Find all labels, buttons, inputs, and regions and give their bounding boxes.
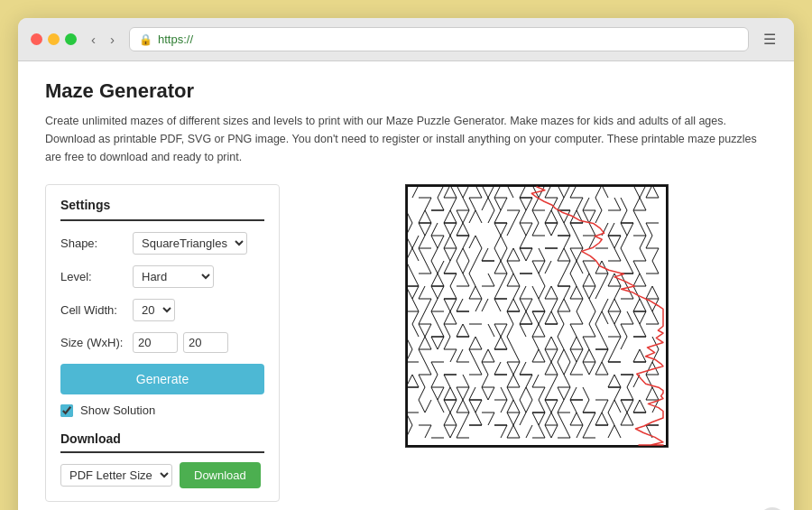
show-solution-label: Show Solution xyxy=(80,403,155,417)
cell-width-select[interactable]: 10 15 20 25 30 xyxy=(133,299,175,321)
level-select[interactable]: Easy Medium Hard Very Hard xyxy=(133,265,214,288)
size-w-input[interactable] xyxy=(133,332,178,353)
level-row: Level: Easy Medium Hard Very Hard xyxy=(60,265,264,288)
show-solution-checkbox[interactable] xyxy=(60,404,73,417)
settings-title: Settings xyxy=(60,198,264,221)
browser-chrome: ‹ › 🔒 https:// ☰ xyxy=(18,18,794,61)
cell-width-label: Cell Width: xyxy=(60,303,133,317)
maze-container xyxy=(307,184,767,448)
level-label: Level: xyxy=(60,270,133,283)
size-control xyxy=(133,332,264,353)
traffic-lights xyxy=(31,33,77,45)
menu-button[interactable]: ☰ xyxy=(758,27,781,51)
settings-panel: Settings Shape: SquareTriangles Square T… xyxy=(45,184,280,502)
shape-label: Shape: xyxy=(60,236,133,250)
minimize-button[interactable] xyxy=(48,33,60,45)
generate-button[interactable]: Generate xyxy=(60,364,264,394)
download-section: Download PDF Letter Size PDF A4 Size SVG… xyxy=(60,431,264,488)
cell-width-row: Cell Width: 10 15 20 25 30 xyxy=(60,299,264,321)
close-button[interactable] xyxy=(31,33,42,45)
size-row: Size (WxH): xyxy=(60,332,264,353)
forward-button[interactable]: › xyxy=(105,29,120,50)
show-solution-row: Show Solution xyxy=(60,403,264,417)
page-title: Maze Generator xyxy=(45,79,767,103)
main-layout: Settings Shape: SquareTriangles Square T… xyxy=(45,184,767,502)
size-h-input[interactable] xyxy=(183,332,228,353)
download-title: Download xyxy=(60,431,264,453)
back-button[interactable]: ‹ xyxy=(86,29,101,50)
shape-select[interactable]: SquareTriangles Square Triangle Hexagon … xyxy=(133,232,247,255)
level-control: Easy Medium Hard Very Hard xyxy=(133,265,264,288)
address-text: https:// xyxy=(158,32,193,46)
download-row: PDF Letter Size PDF A4 Size SVG PNG Down… xyxy=(60,462,264,488)
download-button[interactable]: Download xyxy=(180,462,261,488)
maximize-button[interactable] xyxy=(65,33,77,45)
page-description: Create unlimited mazes of different size… xyxy=(45,112,767,166)
cell-width-control: 10 15 20 25 30 xyxy=(133,299,264,321)
page-content: Maze Generator Create unlimited mazes of… xyxy=(18,61,794,510)
nav-buttons: ‹ › xyxy=(86,29,120,50)
download-format-select[interactable]: PDF Letter Size PDF A4 Size SVG PNG xyxy=(60,464,172,487)
browser-window: ‹ › 🔒 https:// ☰ Maze Generator Create u… xyxy=(18,18,794,510)
size-label: Size (WxH): xyxy=(60,336,133,349)
maze-canvas xyxy=(405,184,669,448)
lock-icon: 🔒 xyxy=(139,33,152,46)
shape-row: Shape: SquareTriangles Square Triangle H… xyxy=(60,232,264,255)
shape-control: SquareTriangles Square Triangle Hexagon … xyxy=(133,232,264,255)
address-bar[interactable]: 🔒 https:// xyxy=(129,27,749,51)
